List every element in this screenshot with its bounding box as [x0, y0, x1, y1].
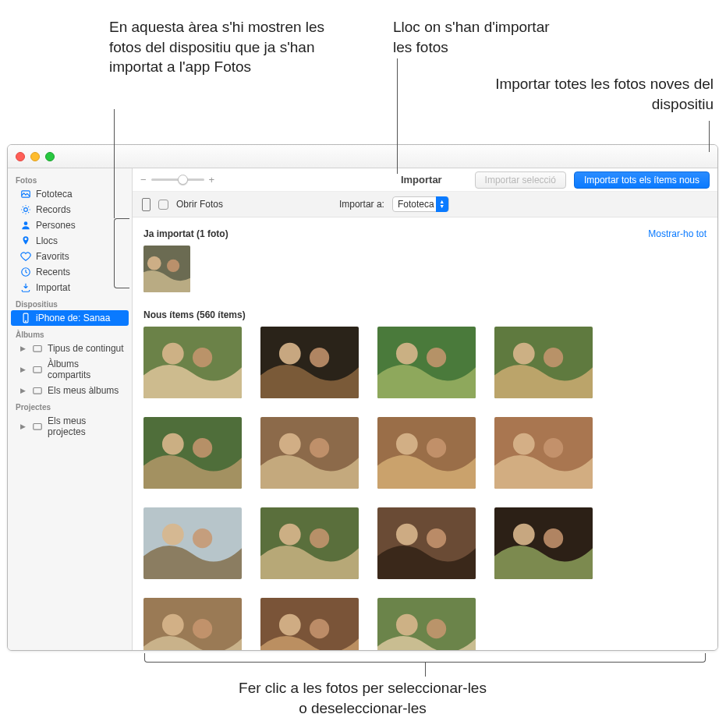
import-icon: [20, 282, 31, 293]
folder-icon: [32, 343, 43, 354]
photo-thumbnail[interactable]: [494, 417, 593, 489]
svg-point-5: [26, 321, 27, 322]
photo-thumbnail[interactable]: [143, 507, 242, 579]
svg-rect-6: [34, 346, 42, 352]
already-imported-header: Ja importat (1 foto) Mostrar-ho tot: [143, 228, 707, 239]
photo-thumbnail[interactable]: [260, 507, 359, 579]
folder-icon: [32, 421, 43, 432]
photo-thumbnail[interactable]: [377, 417, 476, 489]
chevron-right-icon: ▶: [20, 422, 26, 430]
places-icon: [20, 235, 31, 246]
sidebar-section-projectes: Projectes: [8, 398, 132, 413]
photo-thumbnail[interactable]: [143, 598, 242, 650]
callout-line: [709, 121, 710, 152]
svg-point-2: [24, 221, 28, 225]
svg-point-45: [427, 528, 446, 548]
destination-value: Fototeca: [398, 199, 434, 210]
svg-point-44: [396, 524, 418, 546]
svg-rect-7: [34, 367, 42, 373]
sidebar-item-label: iPhone de: Sanaa: [36, 313, 110, 323]
photo-thumbnail[interactable]: [377, 507, 476, 579]
svg-rect-8: [34, 388, 42, 394]
sections: Ja importat (1 foto) Mostrar-ho tot Nous…: [133, 217, 717, 650]
iphone-icon: [20, 313, 31, 323]
photo-thumbnail[interactable]: [143, 417, 242, 489]
close-icon[interactable]: [16, 152, 25, 161]
svg-point-27: [193, 438, 212, 458]
clock-icon: [20, 267, 31, 277]
memories-icon: [20, 204, 31, 215]
callout-line: [397, 58, 398, 174]
callout-line: [425, 663, 426, 677]
svg-point-32: [396, 433, 418, 455]
sidebar-item-label: Favorits: [36, 251, 69, 262]
content-area: − + Importar Importar selecció Importar …: [133, 168, 717, 650]
folder-icon: [32, 385, 43, 396]
photo-thumbnail[interactable]: [494, 507, 593, 579]
show-all-link[interactable]: Mostrar-ho tot: [648, 228, 707, 239]
library-icon: [20, 189, 31, 200]
sidebar-item-label: Tipus de contingut: [48, 343, 124, 354]
svg-point-53: [279, 614, 301, 636]
new-items-grid: [143, 327, 707, 650]
photo-thumbnail[interactable]: [494, 327, 593, 398]
sidebar-item-compartits[interactable]: ▶ Àlbums compartits: [8, 356, 132, 383]
photo-thumbnail[interactable]: [260, 417, 359, 489]
photo-thumbnail[interactable]: [143, 246, 190, 292]
chevron-right-icon: ▶: [20, 387, 26, 394]
chevron-right-icon: ▶: [20, 345, 26, 352]
svg-point-24: [544, 348, 563, 367]
minimize-icon[interactable]: [30, 152, 40, 161]
zoom-slider[interactable]: − +: [140, 174, 214, 186]
svg-point-30: [310, 438, 329, 458]
svg-point-12: [167, 260, 179, 272]
zoom-icon[interactable]: [45, 152, 55, 161]
destination-select[interactable]: Fototeca ▲▼: [392, 196, 449, 212]
sidebar-item-label: Els meus projectes: [48, 415, 124, 437]
callout-already-imported: En aquesta àrea s'hi mostren les fotos d…: [109, 17, 328, 77]
import-to-label: Importar a:: [339, 199, 384, 210]
svg-point-41: [279, 524, 301, 546]
svg-point-48: [544, 528, 563, 548]
svg-point-17: [279, 343, 301, 365]
svg-point-18: [310, 348, 329, 367]
device-mini-icon: [142, 198, 151, 211]
svg-point-1: [24, 208, 28, 212]
sidebar-item-tipus[interactable]: ▶ Tipus de contingut: [8, 341, 132, 356]
zoom-thumb[interactable]: [178, 175, 188, 185]
sidebar-item-meus-projectes[interactable]: ▶ Els meus projectes: [8, 413, 132, 440]
svg-point-29: [279, 433, 301, 455]
photo-thumbnail[interactable]: [377, 327, 476, 398]
svg-point-38: [162, 524, 184, 546]
callout-bracket: [114, 218, 129, 288]
toolbar-title: Importar: [401, 174, 442, 186]
traffic-lights: [16, 152, 55, 161]
callout-bracket: [144, 653, 706, 663]
import-selection-button[interactable]: Importar selecció: [475, 171, 566, 189]
folder-icon: [32, 364, 43, 375]
sidebar-item-meus-albums[interactable]: ▶ Els meus àlbums: [8, 383, 132, 398]
sidebar-item-label: Records: [36, 204, 71, 215]
photo-thumbnail[interactable]: [260, 598, 359, 650]
svg-point-50: [162, 614, 184, 636]
open-photos-checkbox[interactable]: [158, 200, 168, 210]
svg-point-20: [396, 343, 418, 365]
svg-point-14: [162, 343, 184, 365]
import-all-button[interactable]: Importar tots els ítems nous: [574, 171, 710, 189]
sidebar-item-label: Llocs: [36, 235, 58, 246]
photo-thumbnail[interactable]: [143, 327, 242, 398]
sidebar-item-device[interactable]: iPhone de: Sanaa: [11, 310, 129, 326]
svg-point-33: [427, 438, 446, 458]
photo-thumbnail[interactable]: [260, 327, 359, 398]
people-icon: [20, 220, 31, 231]
callout-import-all: Importar totes les fotos noves del dispo…: [495, 74, 714, 114]
already-imported-title: Ja importat (1 foto): [143, 228, 228, 239]
callout-select: Fer clic a les fotos per seleccionar-les…: [62, 678, 663, 718]
new-items-title: Nous ítems (560 ítems): [143, 309, 246, 320]
photo-thumbnail[interactable]: [377, 598, 476, 650]
zoom-track[interactable]: [151, 178, 204, 181]
svg-point-54: [310, 619, 329, 638]
callout-select-line2: o deseleccionar-les: [62, 698, 663, 719]
svg-point-23: [513, 343, 535, 365]
svg-point-51: [193, 619, 212, 638]
